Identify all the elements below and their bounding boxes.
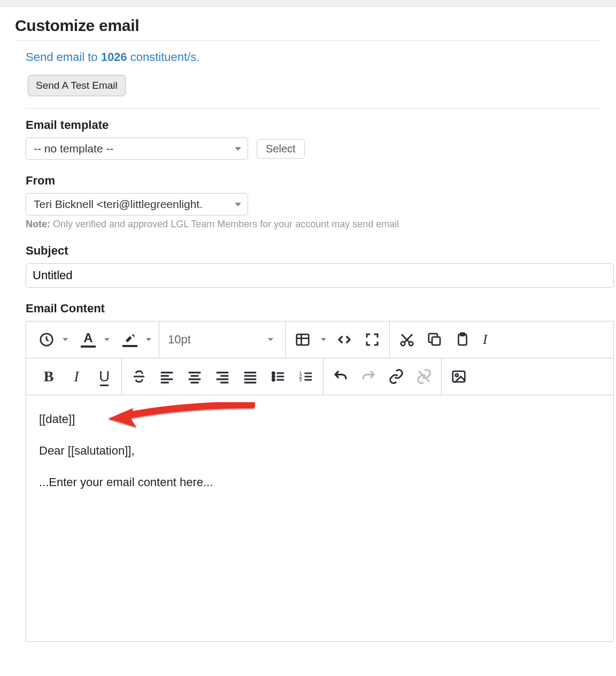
- numbered-list-button[interactable]: 123: [293, 364, 319, 389]
- chevron-down-icon: [235, 147, 241, 151]
- svg-point-14: [456, 374, 458, 377]
- font-size-value: 10pt: [168, 333, 191, 347]
- copy-button[interactable]: [422, 327, 448, 352]
- svg-point-7: [272, 372, 274, 374]
- window-chrome-strip: [0, 0, 616, 7]
- toolbar-group-media: [442, 358, 476, 395]
- rich-text-editor: A 10pt: [26, 321, 614, 642]
- bold-button[interactable]: B: [36, 364, 61, 389]
- send-test-email-button[interactable]: Send A Test Email: [28, 75, 126, 96]
- editor-toolbar-row-1: A 10pt: [26, 321, 613, 358]
- editor-content-area[interactable]: [[date]] Dear [[salutation]], ...Enter y…: [26, 395, 613, 641]
- font-color-swatch: [81, 345, 96, 348]
- title-divider: [15, 40, 601, 41]
- page-container: Customize email Send email to 1026 const…: [0, 7, 616, 642]
- chevron-down-icon[interactable]: [104, 338, 110, 341]
- content-line-date: [[date]]: [39, 411, 600, 428]
- toolbar-group-history-link: [324, 358, 442, 395]
- svg-point-9: [272, 379, 274, 381]
- font-size-select[interactable]: 10pt: [159, 321, 286, 358]
- highlight-color-button[interactable]: [119, 332, 141, 347]
- send-email-to-link[interactable]: Send email to 1026 constituent/s.: [26, 50, 601, 64]
- paste-button[interactable]: [450, 327, 475, 352]
- email-content-label: Email Content: [26, 302, 601, 316]
- chevron-down-icon[interactable]: [63, 338, 68, 341]
- page-title: Customize email: [15, 17, 601, 35]
- editor-toolbar-row-2: B I U: [26, 358, 613, 395]
- undo-button[interactable]: [328, 364, 353, 389]
- svg-text:3: 3: [299, 377, 302, 382]
- align-justify-button[interactable]: [237, 364, 263, 389]
- unlink-button[interactable]: [411, 364, 437, 389]
- redo-button[interactable]: [356, 364, 381, 389]
- constituent-count: 1026: [101, 50, 127, 64]
- svg-point-3: [409, 342, 413, 346]
- chevron-down-icon: [235, 203, 241, 206]
- from-label: From: [26, 174, 601, 188]
- content-line-placeholder: ...Enter your email content here...: [39, 474, 600, 491]
- table-button[interactable]: [290, 327, 315, 352]
- toolbar-group-clipboard: I: [390, 321, 497, 358]
- bullet-list-button[interactable]: [265, 364, 291, 389]
- toolbar-group-fontcolor: A: [26, 321, 159, 358]
- svg-rect-13: [453, 371, 465, 382]
- paste-text-button[interactable]: I: [478, 327, 492, 352]
- content-line-greeting: Dear [[salutation]],: [39, 443, 600, 459]
- chevron-down-icon[interactable]: [146, 338, 151, 341]
- toolbar-group-paragraph: 123: [122, 358, 324, 395]
- email-template-label: Email template: [26, 118, 601, 132]
- insert-time-button[interactable]: [36, 327, 57, 352]
- underline-button[interactable]: U: [91, 364, 117, 389]
- from-note: Note: Only verified and approved LGL Tea…: [26, 219, 601, 230]
- subject-input[interactable]: [26, 263, 614, 288]
- link-button[interactable]: [383, 364, 409, 389]
- select-template-button[interactable]: Select: [257, 139, 305, 159]
- source-code-button[interactable]: [332, 327, 357, 352]
- fullscreen-button[interactable]: [359, 327, 385, 352]
- from-select[interactable]: Teri Bicknell <teri@littlegreenlight.: [26, 193, 248, 216]
- email-template-select[interactable]: -- no template --: [26, 137, 248, 160]
- toolbar-group-text-style: B I U: [26, 358, 122, 395]
- italic-button[interactable]: I: [64, 364, 89, 389]
- svg-rect-1: [297, 334, 309, 345]
- svg-rect-4: [432, 337, 440, 345]
- align-right-button[interactable]: [210, 364, 235, 389]
- note-prefix: Note:: [26, 219, 50, 229]
- chevron-down-icon[interactable]: [321, 338, 326, 341]
- send-link-suffix: constituent/s.: [127, 50, 200, 64]
- strikethrough-button[interactable]: [126, 364, 152, 389]
- email-template-value: -- no template --: [34, 142, 113, 155]
- section-divider: [26, 108, 601, 109]
- font-color-button[interactable]: A: [78, 332, 99, 348]
- from-value: Teri Bicknell <teri@littlegreenlight.: [34, 198, 203, 211]
- cut-button[interactable]: [394, 327, 420, 352]
- image-button[interactable]: [446, 364, 472, 389]
- subject-label: Subject: [26, 244, 601, 258]
- toolbar-group-insert: [286, 321, 390, 358]
- align-center-button[interactable]: [182, 364, 207, 389]
- highlight-color-swatch: [122, 345, 137, 347]
- send-link-prefix: Send email to: [26, 50, 101, 64]
- chevron-down-icon: [268, 338, 273, 341]
- svg-point-2: [401, 342, 405, 346]
- align-left-button[interactable]: [154, 364, 180, 389]
- svg-point-8: [272, 375, 274, 378]
- note-text: Only verified and approved LGL Team Memb…: [50, 219, 399, 229]
